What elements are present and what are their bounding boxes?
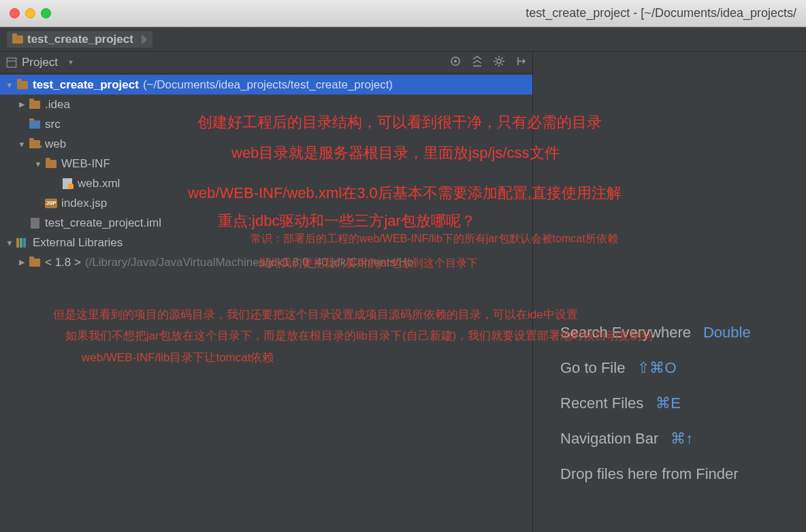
expander-icon[interactable]: ▼ [4, 239, 15, 247]
annotation-text: 但是这里看到的项目的源码目录，我们还要把这个目录设置成项目源码所依赖的目录，可以… [53, 307, 578, 323]
svg-rect-0 [7, 58, 16, 67]
tree-label: .idea [45, 98, 70, 112]
annotation-text: web目录就是服务器根目录，里面放jsp/js/css文件 [231, 143, 560, 164]
folder-icon [46, 160, 57, 168]
hint-label: Go to File [560, 359, 625, 377]
annotation-text: 因此我们要把我们要用的jar包放到这个目录下 [259, 256, 478, 271]
minimize-window-button[interactable] [25, 8, 35, 18]
folder-icon [29, 101, 40, 109]
gear-icon[interactable] [493, 55, 505, 70]
tree-item-idea[interactable]: ▶ .idea [0, 95, 532, 114]
window-title: test_create_project - [~/Documents/idea_… [51, 6, 796, 20]
hint-label: Drop files here from Finder [560, 465, 739, 483]
tree-label: test_create_project [33, 78, 139, 92]
expander-icon[interactable]: ▼ [4, 81, 15, 89]
tree-label: WEB-INF [61, 157, 110, 171]
library-icon [16, 238, 29, 248]
web-folder-icon [29, 140, 40, 148]
maximize-window-button[interactable] [41, 8, 51, 18]
expander-icon[interactable]: ▶ [16, 258, 27, 267]
hint-shortcut: Double [703, 324, 751, 342]
project-icon [5, 56, 18, 69]
scroll-from-source-icon[interactable] [449, 55, 462, 70]
hint-shortcut: ⇧⌘O [637, 359, 676, 377]
project-panel-label: Project [22, 56, 58, 69]
tree-root[interactable]: ▼ test_create_project (~/Documents/idea_… [0, 75, 532, 95]
project-panel-title[interactable]: Project ▼ [5, 56, 74, 69]
tree-label: External Libraries [33, 236, 123, 250]
svg-point-5 [497, 59, 501, 63]
folder-icon [17, 81, 28, 89]
hint-drop-files: Drop files here from Finder [560, 465, 806, 483]
breadcrumb-label: test_create_project [27, 33, 133, 46]
collapse-all-icon[interactable] [471, 55, 483, 70]
hint-navigation-bar: Navigation Bar ⌘↑ [560, 430, 806, 448]
breadcrumb-bar: test_create_project [0, 27, 806, 52]
annotation-text: web/WEB-INF/web.xml在3.0后基本不需要添加配置,直接使用注解 [188, 183, 622, 204]
project-panel-header: Project ▼ [0, 52, 532, 73]
expander-icon[interactable]: ▼ [16, 140, 27, 148]
tree-label: index.jsp [61, 197, 107, 210]
jsp-file-icon: JSP [45, 199, 57, 208]
iml-file-icon [31, 218, 39, 229]
tree-label: < 1.8 > [45, 256, 81, 269]
window-titlebar: test_create_project - [~/Documents/idea_… [0, 0, 806, 27]
svg-point-3 [454, 60, 457, 63]
source-folder-icon [29, 120, 40, 129]
annotation-text: 常识：部署后的工程的web/WEB-INF/lib下的所有jar包默认会被tom… [251, 231, 618, 246]
tree-path: (~/Documents/idea_projects/test_create_p… [143, 78, 393, 92]
tree-label: web [45, 137, 66, 151]
expander-icon[interactable]: ▼ [33, 160, 44, 168]
xml-file-icon [63, 178, 72, 189]
hide-panel-icon[interactable] [515, 55, 527, 70]
annotation-text: 如果我们不想把jar包放在这个目录下，而是放在根目录的lib目录下(自己新建)，… [65, 328, 653, 344]
folder-icon [12, 35, 23, 44]
annotation-text: web/WEB-INF/lib目录下让tomcat依赖 [82, 350, 274, 366]
expander-icon[interactable]: ▶ [16, 100, 27, 109]
hint-shortcut: ⌘↑ [671, 430, 693, 448]
hint-recent-files: Recent Files ⌘E [560, 395, 806, 412]
tree-label: test_create_project.iml [45, 216, 161, 230]
hint-goto-file: Go to File ⇧⌘O [560, 359, 806, 377]
hint-label: Navigation Bar [560, 430, 658, 448]
traffic-lights [10, 8, 51, 18]
hint-shortcut: ⌘E [656, 395, 681, 412]
tree-label: src [45, 118, 61, 131]
close-window-button[interactable] [10, 8, 20, 18]
tree-label: web.xml [78, 177, 120, 190]
annotation-text: 创建好工程后的目录结构，可以看到很干净，只有必需的目录 [197, 112, 602, 133]
chevron-down-icon: ▼ [67, 59, 74, 66]
hint-label: Recent Files [560, 395, 643, 412]
breadcrumb-root[interactable]: test_create_project [7, 31, 152, 48]
folder-icon [29, 259, 40, 267]
annotation-text: 重点:jdbc驱动和一些三方jar包放哪呢？ [218, 211, 476, 232]
